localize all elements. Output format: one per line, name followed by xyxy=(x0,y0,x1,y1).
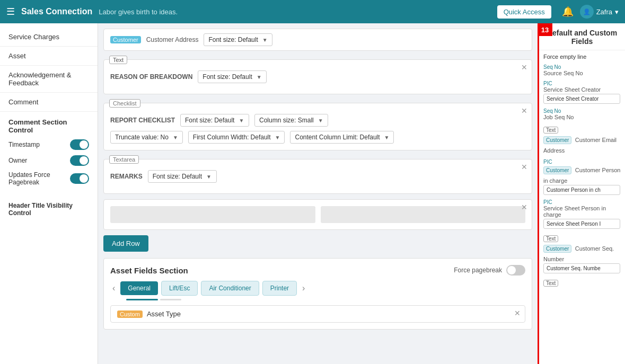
panel-pic-1: PIC Service Sheet Creator Service Sheet … xyxy=(543,81,621,104)
sidebar-item-service-charges[interactable]: Service Charges xyxy=(0,28,98,47)
owner-label: Owner xyxy=(8,157,27,164)
quick-access-button[interactable]: Quick Access xyxy=(497,5,551,19)
panel-pic-ss: PIC Service Sheet Person in charge Servi… xyxy=(543,199,621,229)
close-custom-icon[interactable]: ✕ xyxy=(514,309,521,317)
chevron-down-icon: ▾ xyxy=(615,8,619,16)
customer-pic-value[interactable]: Customer Person in ch xyxy=(543,185,620,195)
font-size-select[interactable]: Font size: Default ▼ xyxy=(204,33,272,46)
owner-toggle[interactable] xyxy=(70,155,89,166)
empty-bar-1 xyxy=(110,206,315,223)
header-title-section: Header Title Visibility Control xyxy=(0,196,98,224)
first-col-width-select[interactable]: First Column Width: Default ▼ xyxy=(188,131,285,144)
pic-3-label: PIC xyxy=(543,199,621,205)
updates-force-label: Updates Force Pagebreak xyxy=(8,171,70,186)
empty-bar-2 xyxy=(321,206,526,223)
ss-pic-label: Service Sheet Person in charge xyxy=(543,205,621,218)
first-col-arrow-icon: ▼ xyxy=(275,135,280,140)
checklist-column-size-select[interactable]: Column size: Small ▼ xyxy=(254,114,328,127)
checklist-font-size-select[interactable]: Font size: Default ▼ xyxy=(180,114,249,127)
customer-badge-3: Customer xyxy=(543,245,571,253)
bell-icon[interactable]: 🔔 xyxy=(562,6,574,17)
comment-section-control: Comment Section Control Timestamp Owner … xyxy=(0,112,98,196)
custom-tag: Custom xyxy=(117,310,143,318)
text-tag-1: Text xyxy=(543,127,558,134)
text-section: Text ✕ REASON OF BREAKDOWN Font size: De… xyxy=(103,59,532,94)
force-pagebreak-label: Force pagebreak xyxy=(454,267,502,274)
remarks-arrow-icon: ▼ xyxy=(206,174,212,180)
tab-general[interactable]: General xyxy=(120,281,158,295)
brand-name: Sales Connection xyxy=(21,7,92,16)
content-col-limit-select[interactable]: Content Column Limit: Default ▼ xyxy=(290,131,394,144)
truncate-select[interactable]: Truncate value: No ▼ xyxy=(110,131,183,144)
text-tag-3: Text xyxy=(543,280,558,287)
service-sheet-creator-value[interactable]: Service Sheet Creator xyxy=(543,94,620,104)
tab-air-conditioner[interactable]: Air Conditioner xyxy=(201,281,259,296)
tab-printer[interactable]: Printer xyxy=(262,281,297,296)
sidebar-item-comment[interactable]: Comment xyxy=(0,93,98,112)
remarks-label: REMARKS xyxy=(110,173,143,180)
seq-no-1-label: Seq No xyxy=(543,64,621,70)
asset-tabs: ‹ General Lift/Esc Air Conditioner Print… xyxy=(110,281,525,296)
truncate-arrow-icon: ▼ xyxy=(173,135,178,140)
timestamp-label: Timestamp xyxy=(8,141,40,148)
pic-1-label: PIC xyxy=(543,81,621,86)
panel-title: Default and Custom Fields xyxy=(543,29,621,46)
panel-seq-no-2: Seq No Job Seq No xyxy=(543,108,621,120)
user-name: Zafra xyxy=(596,8,612,16)
custom-asset-section: ✕ Custom Asset Type xyxy=(110,305,525,323)
tagline: Labor gives birth to ideas. xyxy=(99,8,490,16)
customer-tag: Customer xyxy=(110,36,141,43)
tab-lift-esc[interactable]: Lift/Esc xyxy=(161,281,198,296)
main-content: Customer Customer Address Font size: Def… xyxy=(98,23,538,364)
comment-section-title: Comment Section Control xyxy=(8,118,89,134)
font-size-arrow-icon: ▼ xyxy=(262,37,268,43)
timestamp-toggle[interactable] xyxy=(70,139,89,150)
job-seq-label: Job Seq No xyxy=(543,114,621,120)
checklist-col-arrow-icon: ▼ xyxy=(318,118,323,123)
customer-badge-1: Customer xyxy=(543,136,571,144)
sidebar-item-asset[interactable]: Asset xyxy=(0,47,98,66)
customer-seq-value[interactable]: Customer Seq. Numbe xyxy=(543,263,620,273)
panel-force-empty: Force empty line xyxy=(543,54,621,60)
text-tag-2: Text xyxy=(543,235,558,242)
header-title-label: Header Title Visibility Control xyxy=(8,202,89,217)
checklist-font-arrow-icon: ▼ xyxy=(239,118,244,123)
close-textarea-icon[interactable]: ✕ xyxy=(521,163,527,171)
close-empty-icon[interactable]: ✕ xyxy=(521,203,527,211)
pic-2-label: PIC xyxy=(543,159,621,165)
panel-customer-email: Text Customer Customer Email Address xyxy=(543,125,621,155)
panel-body: Force empty line Seq No Source Seq No PI… xyxy=(539,50,625,295)
customer-address-section: Customer Customer Address Font size: Def… xyxy=(103,29,532,51)
textarea-tag: Textarea xyxy=(109,155,139,164)
reason-font-size-select[interactable]: Font size: Default ▼ xyxy=(198,70,267,83)
checklist-section: Checklist ✕ REPORT CHECKLIST Font size: … xyxy=(103,103,532,150)
panel-pic-customer: PIC Customer Customer Person in charge C… xyxy=(543,159,621,195)
ss-pic-value[interactable]: Service Sheet Person I xyxy=(543,219,620,229)
force-empty-label: Force empty line xyxy=(543,54,621,60)
seq-no-2-label: Seq No xyxy=(543,108,621,114)
panel-badge: 13 xyxy=(538,23,552,36)
remarks-font-size-select[interactable]: Font size: Default ▼ xyxy=(148,170,217,183)
asset-fields-section: Asset Fields Section Force pagebreak ‹ G… xyxy=(103,258,532,330)
report-checklist-label: REPORT CHECKLIST xyxy=(110,117,175,124)
source-seq-label: Source Seq No xyxy=(543,70,621,76)
user-menu[interactable]: 👤 Zafra ▾ xyxy=(580,5,619,19)
sidebar: Service Charges Asset Acknowledgement & … xyxy=(0,23,98,364)
panel-seq-no-1: Seq No Source Seq No xyxy=(543,64,621,76)
asset-type-label: Asset Type xyxy=(147,310,181,318)
sidebar-item-acknowledgement[interactable]: Acknowledgement & Feedback xyxy=(0,66,98,93)
updates-force-toggle[interactable] xyxy=(70,173,89,184)
tab-next-icon[interactable]: › xyxy=(300,283,307,293)
add-row-button[interactable]: Add Row xyxy=(103,235,148,252)
tab-prev-icon[interactable]: ‹ xyxy=(110,283,117,293)
avatar: 👤 xyxy=(580,5,594,19)
content-col-arrow-icon: ▼ xyxy=(384,135,390,140)
close-text-icon[interactable]: ✕ xyxy=(521,63,527,72)
right-panel: 13 Default and Custom Fields Force empty… xyxy=(538,23,625,364)
close-checklist-icon[interactable]: ✕ xyxy=(521,106,527,115)
hamburger-icon[interactable]: ☰ xyxy=(6,6,15,17)
panel-text-3: Text xyxy=(543,278,621,288)
panel-header: 13 Default and Custom Fields xyxy=(539,23,625,50)
force-pagebreak-toggle[interactable] xyxy=(506,265,525,276)
reason-arrow-icon: ▼ xyxy=(257,74,262,80)
